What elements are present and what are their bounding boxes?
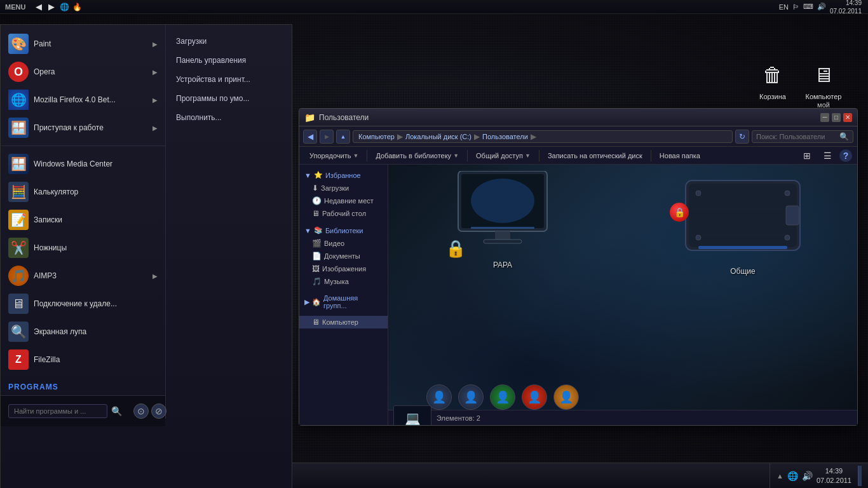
nav-documents[interactable]: 📄 Документы (299, 250, 388, 262)
libraries-header[interactable]: ▼ 📚 Библиотеки (299, 224, 388, 237)
toolbar-sep-2 (467, 150, 468, 161)
nav-desktop[interactable]: 🖥 Рабочий стол (299, 207, 388, 220)
pristu-arrow: ▶ (153, 125, 158, 132)
view-details-icon[interactable]: ☰ (818, 149, 837, 163)
libraries-arrow: ▼ (304, 227, 311, 234)
start-btn-2[interactable]: ⊘ (151, 403, 166, 419)
search-box: 🔍 (752, 130, 853, 143)
start-item-aimp[interactable]: 🎵 AIMP3 ▶ (1, 262, 165, 290)
toolbar-sep-4 (651, 150, 651, 161)
nav-forward-button[interactable]: ▶ (320, 130, 334, 144)
obshie-label: Общие (730, 267, 755, 276)
topbar-nav-icon-1[interactable]: ◀ (33, 1, 44, 13)
home-group-label: Домашняя групп... (323, 294, 383, 309)
recent-label: Недавние мест (324, 197, 374, 205)
clock-display[interactable]: 14:39 07.02.2011 (830, 0, 862, 15)
start-btn-1[interactable]: ⊙ (133, 403, 149, 419)
favorites-header[interactable]: ▼ ⭐ Избранное (299, 168, 388, 182)
show-desktop-button[interactable] (858, 466, 862, 486)
svg-point-17 (785, 235, 790, 240)
address-breadcrumb[interactable]: Компьютер ▶ Локальный диск (С:) ▶ Пользо… (353, 130, 733, 143)
flag-icon: 🏳 (792, 3, 799, 11)
start-left-panel: 🎨 Paint ▶ O Opera ▶ 🌐 Mozilla Firefox 4.… (1, 25, 166, 419)
organize-button[interactable]: Упорядочить ▼ (304, 150, 363, 161)
topbar-firefox-icon[interactable]: 🌐 (58, 1, 70, 13)
add-library-button[interactable]: Добавить в библиотеку ▼ (370, 150, 464, 161)
topbar-fire-icon[interactable]: 🔥 (71, 1, 83, 13)
right-item-run[interactable]: Выполнить... (173, 111, 284, 124)
firefox-icon: 🌐 (8, 90, 29, 110)
papa-folder-item[interactable]: 🔒 (452, 171, 553, 269)
language-indicator[interactable]: EN (779, 3, 789, 11)
nav-video[interactable]: 🎬 Видео (299, 237, 388, 250)
start-item-opera[interactable]: O Opera ▶ (1, 58, 165, 86)
filezilla-label: FileZilla (34, 355, 158, 364)
tray-show-hidden[interactable]: ▲ (776, 472, 783, 480)
start-item-sticky[interactable]: 📝 Записки (1, 206, 165, 234)
share-button[interactable]: Общий доступ ▼ (471, 150, 536, 161)
window-minimize-button[interactable]: ─ (820, 113, 829, 122)
aimp-icon: 🎵 (8, 266, 29, 286)
nav-recent[interactable]: 🕐 Недавние мест (299, 194, 388, 207)
start-item-scissors[interactable]: ✂️ Ножницы (1, 234, 165, 262)
computer-nav-label: Компьютер (322, 318, 358, 326)
libraries-label: Библиотеки (325, 227, 363, 234)
topbar-nav-icon-2[interactable]: ▶ (46, 1, 57, 13)
obshie-folder-item[interactable]: 🔒 (679, 177, 806, 276)
help-icon[interactable]: ? (839, 149, 852, 162)
refresh-button[interactable]: ↻ (735, 130, 749, 144)
burn-button[interactable]: Записать на оптический диск (543, 150, 648, 161)
tray-volume-icon[interactable]: 🔊 (802, 471, 813, 481)
trash-icon: 🗑 (757, 60, 788, 90)
home-group-header[interactable]: ▶ 🏠 Домашняя групп... (299, 292, 388, 312)
search-icon[interactable]: 🔍 (111, 405, 122, 417)
explorer-addressbar: ◀ ▶ ▲ Компьютер ▶ Локальный диск (С:) ▶ … (299, 126, 857, 147)
svg-point-16 (696, 235, 701, 240)
add-library-label: Добавить в библиотеку (376, 152, 451, 159)
nav-back-button[interactable]: ◀ (303, 130, 317, 144)
nav-music[interactable]: 🎵 Музыка (299, 275, 388, 288)
volume-icon[interactable]: 🔊 (817, 3, 826, 11)
search-glass-icon[interactable]: 🔍 (839, 132, 849, 141)
pristu-icon: 🪟 (8, 118, 29, 138)
search-input[interactable] (8, 404, 107, 418)
organize-label: Упорядочить (309, 152, 351, 159)
right-item-programs[interactable]: Программы по умо... (173, 92, 284, 105)
right-item-control-panel[interactable]: Панель управления (173, 54, 284, 67)
nav-up-button[interactable]: ▲ (336, 130, 350, 144)
red-lock-icon: 🔒 (674, 207, 685, 217)
rdp-icon: 🖥 (8, 294, 29, 314)
tray-network-icon[interactable]: 🌐 (787, 471, 798, 481)
start-item-wmc[interactable]: 🪟 Windows Media Center (1, 150, 165, 178)
breadcrumb-drive: Локальный диск (С:) (405, 133, 471, 140)
start-item-calc[interactable]: 🧮 Калькулятор (1, 178, 165, 206)
window-maximize-button[interactable]: □ (832, 113, 841, 122)
right-item-downloads[interactable]: Загрузки (173, 35, 284, 48)
window-close-button[interactable]: ✕ (843, 113, 852, 122)
tray-clock[interactable]: 14:39 07.02.2011 (817, 466, 851, 485)
aimp-arrow: ▶ (153, 273, 158, 280)
right-item-devices[interactable]: Устройства и принт... (173, 73, 284, 86)
view-toggle-icon[interactable]: ⊞ (798, 149, 816, 163)
nav-downloads[interactable]: ⬇ Загрузки (299, 182, 388, 194)
start-item-filezilla[interactable]: Z FileZilla (1, 346, 165, 374)
paint-icon: 🎨 (8, 34, 29, 54)
desktop-icon-computer[interactable]: 🖥 Компьютермой (798, 57, 849, 112)
new-folder-label: Новая папка (660, 152, 700, 159)
nav-computer[interactable]: 🖥 Компьютер (299, 316, 388, 329)
date-value: 07.02.2011 (830, 7, 862, 15)
start-item-pristu[interactable]: 🪟 Приступая к работе ▶ (1, 114, 165, 142)
topbar: MENU ◀ ▶ 🌐 🔥 EN 🏳 ⌨ 🔊 14:39 07.02.2011 (0, 0, 868, 14)
filezilla-icon: Z (8, 349, 29, 370)
desktop-icon-trash[interactable]: 🗑 Корзина (747, 57, 798, 104)
start-item-paint[interactable]: 🎨 Paint ▶ (1, 30, 165, 58)
start-item-magnifier[interactable]: 🔍 Экранная лупа (1, 318, 165, 346)
breadcrumb-users: Пользователи (482, 133, 528, 140)
time-value: 14:39 (846, 0, 862, 7)
nav-images[interactable]: 🖼 Изображения (299, 262, 388, 275)
start-item-firefox[interactable]: 🌐 Mozilla Firefox 4.0 Bet... ▶ (1, 86, 165, 114)
trash-label: Корзина (759, 93, 786, 101)
new-folder-button[interactable]: Новая папка (654, 150, 705, 161)
start-item-rdp[interactable]: 🖥 Подключение к удале... (1, 290, 165, 318)
explorer-search-input[interactable] (756, 133, 837, 140)
